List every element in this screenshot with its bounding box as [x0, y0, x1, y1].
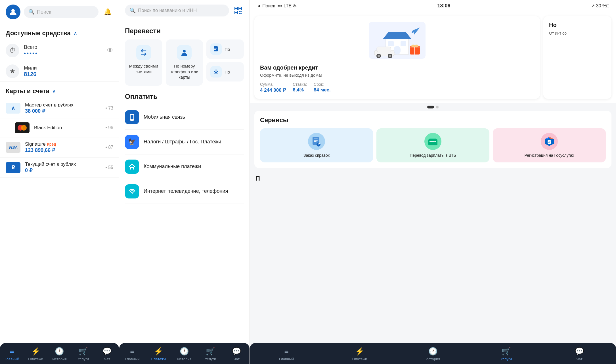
- transfer-doc[interactable]: По: [206, 39, 244, 59]
- search-bar[interactable]: 🔍 Поиск: [24, 6, 99, 18]
- master-account-num: • 73: [105, 106, 113, 111]
- balance-total-info: Всего •••••: [24, 44, 38, 57]
- nav-chat[interactable]: 💬 Чат: [97, 347, 117, 361]
- service-order-docs-label: Заказ справок: [303, 153, 330, 158]
- p3-nav-services[interactable]: 🛒 Услуги: [496, 347, 516, 361]
- service-order-docs[interactable]: Заказ справок: [260, 128, 373, 162]
- p3-nav-history[interactable]: 🕐 История: [423, 347, 443, 361]
- nav-history-label: История: [52, 357, 66, 361]
- p2-search-icon: 🔍: [129, 7, 136, 14]
- nav-chat-label: Чат: [104, 357, 110, 361]
- nav-services[interactable]: 🛒 Услуги: [73, 347, 93, 361]
- master-account-info: Мастер счет в рублях 38 000 ₽: [25, 102, 101, 114]
- notification-icon[interactable]: 🔔: [102, 6, 113, 18]
- service-gosuslugi-label: Регистрация на Госуслугах: [524, 153, 574, 158]
- current-account-num: • 55: [105, 165, 113, 170]
- account-up-icon: ∧: [6, 103, 20, 114]
- nav-services-label: Услуги: [77, 357, 89, 361]
- p-section: П: [250, 170, 616, 211]
- svg-rect-26: [394, 46, 401, 55]
- status-bar: ◄ Поиск ▪▪▪ LTE ✻ 13:06 ↗ 30 %□: [250, 0, 616, 12]
- p2-nav-payments[interactable]: ⚡ Платежи: [148, 347, 168, 361]
- transfer-by-phone[interactable]: По номеру телефона или карты: [166, 39, 203, 86]
- svg-rect-4: [239, 8, 241, 9]
- pay-title: Оплатить: [125, 93, 244, 101]
- svg-rect-28: [401, 41, 406, 46]
- p2-nav-services[interactable]: 🛒 Услуги: [200, 347, 220, 361]
- signature-info: Signature Кред 123 899,66 ₽: [25, 141, 101, 153]
- balance-total-item[interactable]: ⏱ Всего ••••• 👁: [0, 40, 119, 61]
- gosuslugi-icon: [541, 133, 558, 150]
- nav-payments-label: Платежи: [28, 357, 43, 361]
- credit-illustration: [260, 22, 534, 60]
- credit-banner[interactable]: Вам одобрен кредит Оформите, не выходя и…: [254, 16, 540, 99]
- nav-home-label: Главный: [5, 357, 19, 361]
- p3-home-label: Главный: [279, 357, 294, 361]
- services-section: Сервисы Заказ справок: [254, 111, 611, 168]
- credit-title: Вам одобрен кредит: [260, 64, 534, 71]
- p2-nav-history[interactable]: 🕐 История: [174, 347, 194, 361]
- qr-icon[interactable]: [232, 5, 244, 16]
- service-gosuslugi[interactable]: Регистрация на Госуслугах: [493, 128, 606, 162]
- p2-search-placeholder: Поиск по названию и ИНН: [138, 8, 197, 13]
- svg-rect-13: [214, 48, 217, 48]
- card-current-account[interactable]: ₽ Текущий счет в рублях 0 ₽ • 55: [0, 158, 119, 178]
- svg-rect-18: [131, 115, 133, 119]
- p2-nav-chat[interactable]: 💬 Чат: [227, 347, 246, 361]
- transfer-down[interactable]: По: [206, 62, 244, 81]
- card-master-account[interactable]: ∧ Мастер счет в рублях 38 000 ₽ • 73: [0, 98, 119, 118]
- p2-search-bar[interactable]: 🔍 Поиск по названию и ИНН: [125, 5, 229, 16]
- p-section-title: П: [255, 175, 610, 182]
- p2-history-label: История: [177, 357, 191, 361]
- eye-icon[interactable]: 👁: [107, 47, 113, 54]
- mobile-icon: [125, 110, 139, 124]
- svg-rect-7: [239, 11, 240, 12]
- chevron-up-icon[interactable]: ∧: [74, 30, 77, 36]
- services-nav-icon: 🛒: [79, 347, 88, 356]
- credit-amount-label: Сумма:: [260, 82, 286, 87]
- card-signature[interactable]: VISA Signature Кред 123 899,66 ₽ • 87: [0, 137, 119, 158]
- available-funds-section: Доступные средства ∧: [0, 24, 119, 40]
- order-docs-icon: [308, 133, 325, 150]
- master-account-balance: 38 000 ₽: [25, 108, 101, 114]
- black-card-icon: [15, 122, 30, 133]
- panel2-bottom-nav: ≡ Главный ⚡ Платежи 🕐 История 🛒 Услуги 💬…: [119, 343, 250, 364]
- service-salary-label: Перевод зарплаты в ВТБ: [410, 153, 456, 158]
- nav-history[interactable]: 🕐 История: [49, 347, 69, 361]
- nav-home[interactable]: ≡ Главный: [2, 347, 22, 361]
- chat-nav-icon: 💬: [102, 347, 112, 356]
- p3-chat-label: Чат: [576, 357, 583, 361]
- svg-rect-41: [314, 139, 318, 139]
- services-grid: Заказ справок Перевод зарплаты в ВТБ: [260, 128, 606, 162]
- p3-home-icon: ≡: [284, 347, 288, 356]
- p3-nav-chat[interactable]: 💬 Чат: [569, 347, 589, 361]
- svg-rect-2: [235, 8, 237, 9]
- p3-nav-home[interactable]: ≡ Главный: [276, 347, 296, 361]
- svg-point-32: [378, 55, 380, 57]
- svg-rect-27: [388, 41, 394, 46]
- miles-item[interactable]: ★ Мили 8126: [0, 61, 119, 82]
- p3-services-icon: 🛒: [502, 347, 511, 356]
- transfer-between-accounts[interactable]: Между своими счетами: [125, 39, 162, 86]
- p3-services-label: Услуги: [500, 357, 512, 361]
- svg-rect-16: [214, 74, 218, 74]
- avatar[interactable]: [6, 5, 20, 19]
- svg-rect-30: [377, 47, 391, 52]
- p3-nav-payments[interactable]: ⚡ Платежи: [350, 347, 370, 361]
- payment-mobile[interactable]: Мобильная связь: [125, 105, 244, 130]
- payment-taxes[interactable]: 🦅 Налоги / Штрафы / Гос. Платежи: [125, 130, 244, 154]
- card-black-edition[interactable]: Black Edition • 96: [0, 118, 119, 137]
- payment-utilities[interactable]: Коммунальные платежи: [125, 154, 244, 179]
- p2-nav-home[interactable]: ≡ Главный: [122, 347, 142, 361]
- black-card-name: Black Edition: [34, 125, 101, 131]
- panel2-header: 🔍 Поиск по названию и ИНН: [119, 0, 250, 21]
- svg-rect-6: [235, 12, 237, 13]
- cards-chevron-icon[interactable]: ∧: [52, 88, 56, 94]
- nav-payments[interactable]: ⚡ Платежи: [26, 347, 46, 361]
- payment-mobile-label: Мобильная связь: [144, 114, 185, 120]
- second-banner[interactable]: Но От инт со: [543, 16, 611, 99]
- service-salary-transfer[interactable]: Перевод зарплаты в ВТБ: [376, 128, 489, 162]
- credit-subtitle: Оформите, не выходя из дома!: [260, 73, 534, 78]
- payment-internet[interactable]: Интернет, телевидение, телефония: [125, 179, 244, 204]
- svg-point-11: [183, 50, 186, 53]
